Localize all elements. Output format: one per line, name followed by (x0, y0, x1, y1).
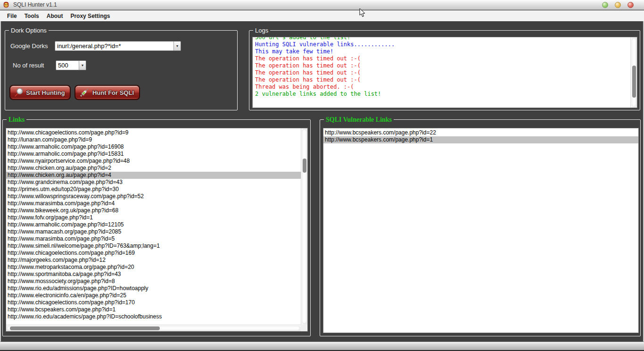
logs-vertical-scrollbar[interactable] (630, 37, 637, 108)
links-rows: http://www.chicagoelections.com/page.php… (6, 128, 301, 325)
menu-tools[interactable]: Tools (21, 11, 43, 21)
magnifier-icon (14, 87, 24, 98)
list-item[interactable]: http://www.fofv.org/page.php?id=1 (6, 214, 301, 221)
hunt-for-sqli-button[interactable]: Hunt For SQLI (74, 85, 140, 100)
vulnerable-links-listbox: http://www.bcspeakers.com/page.php?id=22… (323, 128, 639, 333)
list-item[interactable]: http://www.chicagoelections.com/page.php… (6, 299, 301, 306)
scrollbar-thumb[interactable] (632, 66, 636, 98)
links-title: Links (7, 116, 26, 123)
google-dorks-value[interactable]: inurl:/general.php?*id=* (55, 42, 173, 50)
app-ironman-icon (3, 1, 9, 8)
status-bar (0, 342, 644, 351)
logs-content: 500 url's added to the list! Hunting SQL… (253, 37, 630, 108)
window-title: SQLI Hunter v1.1 (13, 1, 57, 8)
hunt-for-sqli-label: Hunt For SQLI (90, 89, 139, 96)
list-item[interactable]: http://www.chicagoelections.com/page.php… (6, 129, 301, 136)
list-item[interactable]: http://www.metroparkstacoma.org/page.php… (6, 264, 301, 271)
menubar: File Tools About Proxy Settings (0, 10, 644, 21)
dork-options-group: Dork Options Google Dorks inurl:/general… (5, 30, 238, 110)
window-controls (595, 2, 634, 8)
start-hunting-button[interactable]: Start Hunting (9, 85, 71, 100)
menu-about[interactable]: About (43, 11, 67, 21)
log-line: The operation has timed out :-( (255, 55, 630, 62)
chevron-down-icon: ▼ (81, 64, 84, 67)
mouse-cursor (359, 8, 365, 17)
google-dorks-label: Google Dorks (10, 41, 48, 51)
maximize-button[interactable] (615, 2, 621, 8)
list-item[interactable]: http://www.chicken.org.au/page.php?id=2 (6, 165, 301, 172)
log-line: The operation has timed out :-( (255, 62, 630, 69)
google-dorks-combobox: inurl:/general.php?*id=* ▼ (55, 41, 181, 51)
list-item[interactable]: http://www.electronicinfo.ca/en/page.php… (6, 292, 301, 299)
no-of-result-combobox: 500 ▼ (56, 60, 86, 70)
list-item[interactable]: http://www.simeli.nl/welcome/page.php?ID… (6, 242, 301, 250)
scrollbar-corner (301, 325, 307, 331)
list-item[interactable]: http://www.armaholic.com/page.php?id=169… (6, 143, 301, 150)
vulnerable-links-title: SQLI Vulnerable Links (324, 116, 394, 123)
links-vertical-scrollbar[interactable] (301, 128, 307, 325)
links-listbox: http://www.chicagoelections.com/page.php… (6, 128, 308, 332)
minimize-button[interactable] (602, 2, 608, 8)
log-line: Thread was being aborted. :-( (255, 84, 630, 91)
list-item[interactable]: http://www.nyairportservice.com/page.php… (6, 158, 301, 165)
links-horizontal-scrollbar[interactable] (6, 325, 301, 331)
logs-title: Logs (253, 27, 270, 34)
dork-options-title: Dork Options (9, 27, 49, 34)
list-item[interactable]: http://www.bcspeakers.com/page.php?id=22 (323, 129, 638, 136)
google-dorks-dropdown-button[interactable]: ▼ (173, 42, 181, 50)
log-line: Hunting SQLI vulnerable links...........… (255, 41, 630, 48)
list-item[interactable]: http://www.chicagoelections.com/page.php… (6, 250, 301, 257)
titlebar: SQLI Hunter v1.1 (0, 0, 644, 10)
no-of-result-label: No of result (13, 60, 44, 70)
list-item[interactable]: http://www.willowspringsraceway.com/page… (6, 193, 301, 200)
logs-textbox[interactable]: 500 url's added to the list! Hunting SQL… (252, 37, 637, 108)
list-item[interactable]: http://www.mosssociety.org/page.php?id=8 (6, 278, 301, 285)
list-item[interactable]: http://www.armaholic.com/page.php?id=121… (6, 221, 301, 228)
logs-group: Logs 500 url's added to the list! Huntin… (249, 30, 640, 110)
list-item[interactable]: http://www.rio.edu/admissions/page.php?I… (6, 285, 301, 292)
log-line: The operation has timed out :-( (255, 76, 630, 84)
log-line: The operation has timed out :-( (255, 69, 630, 76)
syringe-icon (79, 87, 90, 98)
list-item[interactable]: http://majorgeeks.com/page.php?id=12 (6, 257, 301, 264)
no-of-result-dropdown-button[interactable]: ▼ (79, 61, 86, 70)
list-item[interactable]: http://www.marasimba.com/page.php?id=5 (6, 235, 301, 242)
list-item[interactable]: http://www.rio.edu/academics/page.php?ID… (6, 313, 301, 320)
list-item[interactable]: http://www.chicken.org.au/page.php?id=4 (6, 172, 301, 179)
scrollbar-thumb[interactable] (303, 159, 306, 173)
vulnerable-links-rows: http://www.bcspeakers.com/page.php?id=22… (323, 128, 638, 333)
menu-proxy-settings[interactable]: Proxy Settings (66, 11, 114, 21)
list-item[interactable]: http://primes.utm.edu/top20/page.php?id=… (6, 186, 301, 193)
list-item[interactable]: http://www.grandcinema.com/page.php?id=4… (6, 179, 301, 186)
no-of-result-value[interactable]: 500 (56, 61, 79, 70)
list-item[interactable]: http://www.sportmanitoba.ca/page.php?id=… (6, 271, 301, 278)
log-line: 500 url's added to the list! (255, 37, 630, 41)
chevron-down-icon: ▼ (176, 44, 179, 48)
links-group: Links http://www.chicagoelections.com/pa… (2, 119, 311, 336)
log-line: This may take few time! (255, 48, 630, 55)
scrollbar-thumb[interactable] (10, 326, 160, 330)
close-button[interactable] (627, 2, 634, 8)
menu-file[interactable]: File (3, 11, 21, 21)
list-item[interactable]: http://lunaran.com/page.php?id=9 (6, 136, 301, 143)
list-item[interactable]: http://www.marasimba.com/page.php?id=4 (6, 200, 301, 207)
window-border-left (0, 21, 1, 342)
list-item[interactable]: http://www.mamacash.org/page.php?id=2085 (6, 228, 301, 235)
list-item[interactable]: http://www.armaholic.com/page.php?id=158… (6, 150, 301, 158)
vulnerable-links-group: SQLI Vulnerable Links http://www.bcspeak… (320, 119, 641, 336)
list-item[interactable]: http://www.bcspeakers.com/page.php?id=1 (323, 136, 638, 143)
start-hunting-label: Start Hunting (24, 89, 70, 96)
log-line: 2 vulnerable links added to the list! (255, 91, 630, 98)
list-item[interactable]: http://www.bcspeakers.com/page.php?id=1 (6, 306, 301, 313)
list-item[interactable]: http://www.bikeweek.org.uk/page.php?id=6… (6, 207, 301, 214)
